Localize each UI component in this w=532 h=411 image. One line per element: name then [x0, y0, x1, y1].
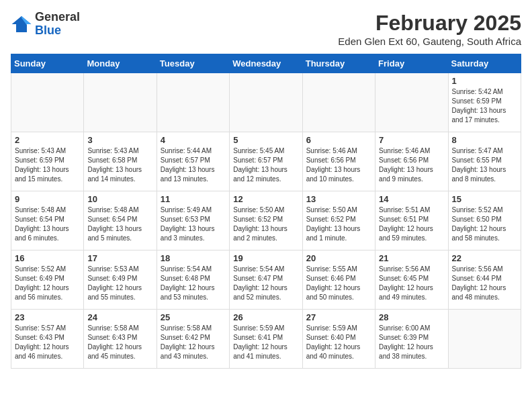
header-cell-monday: Monday [84, 54, 157, 73]
day-number: 1 [452, 76, 517, 86]
day-number: 4 [161, 135, 226, 145]
day-cell [157, 73, 229, 132]
header-cell-tuesday: Tuesday [157, 54, 229, 73]
day-info: Sunrise: 5:50 AM Sunset: 6:52 PM Dayligh… [306, 205, 371, 243]
day-info: Sunrise: 5:57 AM Sunset: 6:43 PM Dayligh… [15, 324, 80, 361]
day-number: 16 [15, 253, 80, 263]
day-cell: 5Sunrise: 5:45 AM Sunset: 6:57 PM Daylig… [230, 132, 302, 191]
day-number: 28 [379, 312, 444, 322]
day-info: Sunrise: 5:43 AM Sunset: 6:59 PM Dayligh… [15, 146, 80, 184]
day-cell: 18Sunrise: 5:54 AM Sunset: 6:48 PM Dayli… [157, 250, 229, 310]
day-info: Sunrise: 5:48 AM Sunset: 6:54 PM Dayligh… [87, 205, 152, 243]
day-info: Sunrise: 5:48 AM Sunset: 6:54 PM Dayligh… [15, 205, 80, 243]
day-number: 11 [161, 194, 226, 204]
day-cell: 21Sunrise: 5:56 AM Sunset: 6:45 PM Dayli… [375, 250, 448, 310]
logo-icon [11, 13, 32, 35]
day-info: Sunrise: 5:55 AM Sunset: 6:46 PM Dayligh… [306, 265, 371, 302]
day-cell: 12Sunrise: 5:50 AM Sunset: 6:52 PM Dayli… [230, 191, 302, 250]
calendar-subtitle: Eden Glen Ext 60, Gauteng, South Africa [338, 36, 521, 47]
day-cell: 20Sunrise: 5:55 AM Sunset: 6:46 PM Dayli… [302, 250, 375, 310]
day-info: Sunrise: 5:45 AM Sunset: 6:57 PM Dayligh… [233, 146, 298, 184]
day-number: 13 [306, 194, 371, 204]
day-info: Sunrise: 5:54 AM Sunset: 6:47 PM Dayligh… [233, 265, 298, 302]
day-cell [375, 73, 448, 132]
day-number: 17 [87, 253, 152, 263]
day-cell: 17Sunrise: 5:53 AM Sunset: 6:49 PM Dayli… [84, 250, 157, 310]
week-row-5: 23Sunrise: 5:57 AM Sunset: 6:43 PM Dayli… [11, 310, 521, 369]
day-info: Sunrise: 6:00 AM Sunset: 6:39 PM Dayligh… [379, 324, 444, 361]
page-header: General Blue February 2025 Eden Glen Ext… [11, 11, 521, 47]
day-info: Sunrise: 5:53 AM Sunset: 6:49 PM Dayligh… [87, 265, 152, 302]
day-cell: 27Sunrise: 5:59 AM Sunset: 6:40 PM Dayli… [302, 310, 375, 369]
day-info: Sunrise: 5:56 AM Sunset: 6:44 PM Dayligh… [452, 265, 517, 302]
day-cell: 10Sunrise: 5:48 AM Sunset: 6:54 PM Dayli… [84, 191, 157, 250]
header-cell-wednesday: Wednesday [230, 54, 302, 73]
header-cell-thursday: Thursday [302, 54, 375, 73]
day-info: Sunrise: 5:58 AM Sunset: 6:43 PM Dayligh… [87, 324, 152, 361]
day-number: 12 [233, 194, 298, 204]
day-cell: 23Sunrise: 5:57 AM Sunset: 6:43 PM Dayli… [11, 310, 84, 369]
day-info: Sunrise: 5:49 AM Sunset: 6:53 PM Dayligh… [161, 205, 226, 243]
day-info: Sunrise: 5:58 AM Sunset: 6:42 PM Dayligh… [161, 324, 226, 361]
day-info: Sunrise: 5:54 AM Sunset: 6:48 PM Dayligh… [161, 265, 226, 302]
day-cell: 16Sunrise: 5:52 AM Sunset: 6:49 PM Dayli… [11, 250, 84, 310]
day-cell: 24Sunrise: 5:58 AM Sunset: 6:43 PM Dayli… [84, 310, 157, 369]
day-cell: 14Sunrise: 5:51 AM Sunset: 6:51 PM Dayli… [375, 191, 448, 250]
day-number: 22 [452, 253, 517, 263]
header-cell-sunday: Sunday [11, 54, 84, 73]
day-number: 18 [161, 253, 226, 263]
day-number: 27 [306, 312, 371, 322]
day-cell: 28Sunrise: 6:00 AM Sunset: 6:39 PM Dayli… [375, 310, 448, 369]
day-cell: 19Sunrise: 5:54 AM Sunset: 6:47 PM Dayli… [230, 250, 302, 310]
day-number: 26 [233, 312, 298, 322]
day-number: 14 [379, 194, 444, 204]
day-cell: 11Sunrise: 5:49 AM Sunset: 6:53 PM Dayli… [157, 191, 229, 250]
day-info: Sunrise: 5:43 AM Sunset: 6:58 PM Dayligh… [87, 146, 152, 184]
day-info: Sunrise: 5:59 AM Sunset: 6:40 PM Dayligh… [306, 324, 371, 361]
day-info: Sunrise: 5:52 AM Sunset: 6:50 PM Dayligh… [452, 205, 517, 243]
day-number: 3 [87, 135, 152, 145]
calendar-header: SundayMondayTuesdayWednesdayThursdayFrid… [11, 54, 521, 73]
day-info: Sunrise: 5:59 AM Sunset: 6:41 PM Dayligh… [233, 324, 298, 361]
header-row: SundayMondayTuesdayWednesdayThursdayFrid… [11, 54, 521, 73]
day-number: 15 [452, 194, 517, 204]
day-cell: 4Sunrise: 5:44 AM Sunset: 6:57 PM Daylig… [157, 132, 229, 191]
day-number: 21 [379, 253, 444, 263]
day-number: 7 [379, 135, 444, 145]
day-number: 19 [233, 253, 298, 263]
day-info: Sunrise: 5:46 AM Sunset: 6:56 PM Dayligh… [306, 146, 371, 184]
day-number: 20 [306, 253, 371, 263]
day-number: 23 [15, 312, 80, 322]
day-number: 5 [233, 135, 298, 145]
day-number: 9 [15, 194, 80, 204]
day-cell [84, 73, 157, 132]
calendar-title: February 2025 [338, 11, 521, 36]
day-cell: 13Sunrise: 5:50 AM Sunset: 6:52 PM Dayli… [302, 191, 375, 250]
day-cell: 9Sunrise: 5:48 AM Sunset: 6:54 PM Daylig… [11, 191, 84, 250]
calendar-body: 1Sunrise: 5:42 AM Sunset: 6:59 PM Daylig… [11, 73, 521, 369]
day-number: 8 [452, 135, 517, 145]
day-number: 10 [87, 194, 152, 204]
day-number: 6 [306, 135, 371, 145]
day-cell: 1Sunrise: 5:42 AM Sunset: 6:59 PM Daylig… [448, 73, 521, 132]
day-info: Sunrise: 5:52 AM Sunset: 6:49 PM Dayligh… [15, 265, 80, 302]
week-row-4: 16Sunrise: 5:52 AM Sunset: 6:49 PM Dayli… [11, 250, 521, 310]
day-info: Sunrise: 5:47 AM Sunset: 6:55 PM Dayligh… [452, 146, 517, 184]
day-info: Sunrise: 5:44 AM Sunset: 6:57 PM Dayligh… [161, 146, 226, 184]
day-info: Sunrise: 5:42 AM Sunset: 6:59 PM Dayligh… [452, 87, 517, 125]
day-cell [448, 310, 521, 369]
header-cell-saturday: Saturday [448, 54, 521, 73]
day-cell: 6Sunrise: 5:46 AM Sunset: 6:56 PM Daylig… [302, 132, 375, 191]
day-number: 25 [161, 312, 226, 322]
day-info: Sunrise: 5:46 AM Sunset: 6:56 PM Dayligh… [379, 146, 444, 184]
week-row-1: 1Sunrise: 5:42 AM Sunset: 6:59 PM Daylig… [11, 73, 521, 132]
day-number: 2 [15, 135, 80, 145]
day-number: 24 [87, 312, 152, 322]
calendar-table: SundayMondayTuesdayWednesdayThursdayFrid… [11, 54, 521, 369]
week-row-3: 9Sunrise: 5:48 AM Sunset: 6:54 PM Daylig… [11, 191, 521, 250]
day-cell [11, 73, 84, 132]
day-cell: 15Sunrise: 5:52 AM Sunset: 6:50 PM Dayli… [448, 191, 521, 250]
day-info: Sunrise: 5:56 AM Sunset: 6:45 PM Dayligh… [379, 265, 444, 302]
day-cell: 22Sunrise: 5:56 AM Sunset: 6:44 PM Dayli… [448, 250, 521, 310]
logo: General Blue [11, 11, 80, 38]
